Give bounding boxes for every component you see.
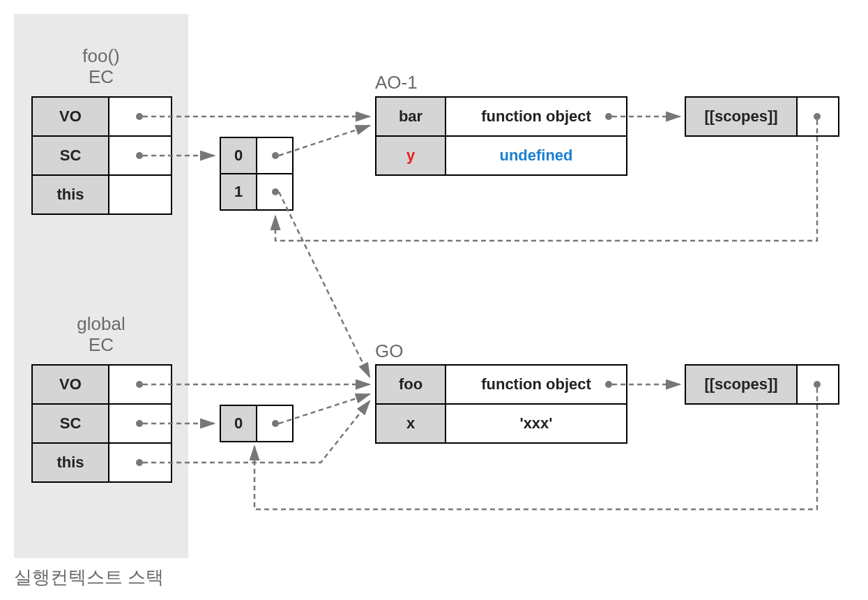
scopes2-label: [[scopes]] bbox=[685, 365, 797, 404]
dot-bar-funcobj bbox=[605, 113, 612, 120]
foo-ec-sc-label: SC bbox=[32, 136, 109, 175]
global-ec-row-vo: VO bbox=[32, 365, 172, 404]
foo-ec-table: VO SC this bbox=[31, 96, 172, 215]
ao1-row-bar: bar function object bbox=[376, 97, 627, 136]
sc-global-row-0: 0 bbox=[220, 405, 293, 442]
go-row-foo: foo function object bbox=[376, 365, 627, 404]
sc-foo-row-1: 1 bbox=[220, 174, 293, 210]
ao1-bar-val: function object bbox=[446, 97, 627, 136]
global-ec-this-label: this bbox=[32, 443, 109, 482]
global-ec-sc-label: SC bbox=[32, 404, 109, 443]
foo-ec-title-text: foo() EC bbox=[82, 45, 119, 87]
dot-scopes1 bbox=[814, 113, 821, 120]
go-row-x: x 'xxx' bbox=[376, 404, 627, 443]
global-ec-title-text: global EC bbox=[77, 313, 125, 355]
dot-foo-sc bbox=[136, 152, 143, 159]
foo-ec-this-label: this bbox=[32, 175, 109, 214]
ao1-bar-key: bar bbox=[376, 97, 446, 136]
sc-global-list: 0 bbox=[220, 405, 294, 442]
go-table: foo function object x 'xxx' bbox=[375, 364, 627, 444]
foo-ec-row-sc: SC bbox=[32, 136, 172, 175]
ao1-row-y: y undefined bbox=[376, 136, 627, 175]
foo-ec-vo-label: VO bbox=[32, 97, 109, 136]
global-ec-row-this: this bbox=[32, 443, 172, 482]
global-ec-vo-label: VO bbox=[32, 365, 109, 404]
dot-global-this bbox=[136, 459, 143, 466]
ao1-table: bar function object y undefined bbox=[375, 96, 627, 176]
go-foo-key: foo bbox=[376, 365, 446, 404]
dot-foo-funcobj bbox=[605, 381, 612, 388]
sc-foo-idx-1: 1 bbox=[220, 174, 257, 210]
go-x-key: x bbox=[376, 404, 446, 443]
ao1-y-key: y bbox=[376, 136, 446, 175]
dot-sc-global-0 bbox=[272, 420, 279, 427]
dot-global-sc bbox=[136, 420, 143, 427]
dot-scopes2 bbox=[814, 381, 821, 388]
scopes1-label: [[scopes]] bbox=[685, 97, 797, 136]
ao1-title: AO-1 bbox=[375, 72, 418, 93]
sc-foo-idx-0: 0 bbox=[220, 137, 257, 174]
sc-global-idx-0: 0 bbox=[220, 405, 257, 442]
global-ec-row-sc: SC bbox=[32, 404, 172, 443]
dot-foo-vo bbox=[136, 113, 143, 120]
foo-ec-row-this: this bbox=[32, 175, 172, 214]
foo-ec-title: foo() EC bbox=[31, 46, 171, 88]
ao1-y-val: undefined bbox=[446, 136, 627, 175]
dot-global-vo bbox=[136, 381, 143, 388]
global-ec-title: global EC bbox=[31, 314, 171, 356]
stack-caption: 실행컨텍스트 스택 bbox=[14, 565, 164, 590]
sc-foo-row-0: 0 bbox=[220, 137, 293, 174]
foo-ec-row-vo: VO bbox=[32, 97, 172, 136]
global-ec-table: VO SC this bbox=[31, 364, 172, 483]
go-title: GO bbox=[375, 340, 403, 362]
go-foo-val: function object bbox=[446, 365, 627, 404]
dot-sc-foo-1 bbox=[272, 188, 279, 195]
go-x-val: 'xxx' bbox=[446, 404, 627, 443]
sc-foo-list: 0 1 bbox=[220, 137, 294, 211]
foo-ec-this-ptr bbox=[109, 175, 172, 214]
dot-sc-foo-0 bbox=[272, 152, 279, 159]
